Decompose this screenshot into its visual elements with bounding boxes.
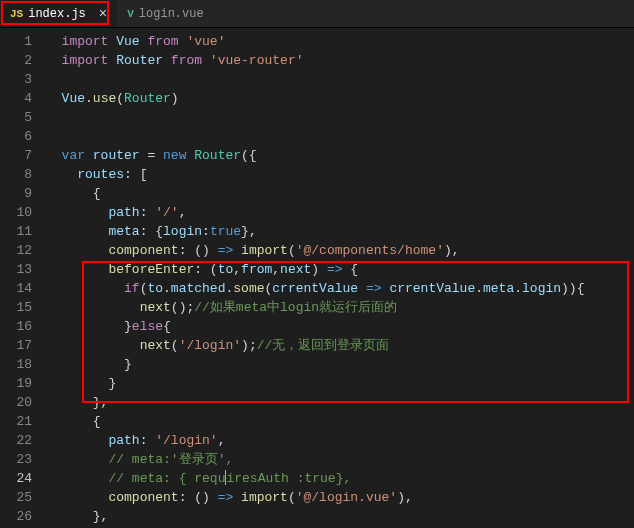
code-line: if(to.matched.some(crrentValue => crrent… (46, 279, 634, 298)
code-line (46, 108, 634, 127)
line-number: 18 (0, 355, 32, 374)
tab-label: login.vue (139, 7, 204, 21)
line-number: 23 (0, 450, 32, 469)
line-number: 6 (0, 127, 32, 146)
line-number: 8 (0, 165, 32, 184)
code-line: // meta:'登录页', (46, 450, 634, 469)
line-number: 4 (0, 89, 32, 108)
code-line: var router = new Router({ (46, 146, 634, 165)
line-number: 11 (0, 222, 32, 241)
line-number: 12 (0, 241, 32, 260)
code-line: path: '/login', (46, 431, 634, 450)
line-number: 1 (0, 32, 32, 51)
code-line: import Router from 'vue-router' (46, 51, 634, 70)
line-number: 2 (0, 51, 32, 70)
line-number: 14 (0, 279, 32, 298)
code-line: next();//如果meta中login就运行后面的 (46, 298, 634, 317)
code-line: } (46, 374, 634, 393)
line-number: 20 (0, 393, 32, 412)
line-number: 16 (0, 317, 32, 336)
line-number-gutter: 1234567891011121314151617181920212223242… (0, 28, 46, 528)
code-line: { (46, 412, 634, 431)
line-number: 10 (0, 203, 32, 222)
close-icon[interactable]: × (99, 6, 107, 22)
code-line: component: () => import('@/login.vue'), (46, 488, 634, 507)
code-line: } (46, 355, 634, 374)
line-number: 21 (0, 412, 32, 431)
code-line: routes: [ (46, 165, 634, 184)
line-number: 26 (0, 507, 32, 526)
code-line: { (46, 184, 634, 203)
tab-login-vue[interactable]: Vlogin.vue (117, 0, 213, 27)
js-file-icon: JS (10, 8, 23, 20)
line-number: 9 (0, 184, 32, 203)
code-line: component: () => import('@/components/ho… (46, 241, 634, 260)
code-area[interactable]: import Vue from 'vue' import Router from… (46, 28, 634, 528)
line-number: 7 (0, 146, 32, 165)
line-number: 24 (0, 469, 32, 488)
code-line (46, 70, 634, 89)
tab-index-js[interactable]: JSindex.js× (0, 0, 117, 27)
line-number: 15 (0, 298, 32, 317)
line-number: 25 (0, 488, 32, 507)
code-line: // meta: { requiresAuth :true}, (46, 469, 634, 488)
code-line (46, 127, 634, 146)
code-line: }, (46, 393, 634, 412)
line-number: 17 (0, 336, 32, 355)
code-line: }else{ (46, 317, 634, 336)
tab-label: index.js (28, 7, 86, 21)
line-number: 22 (0, 431, 32, 450)
code-line: next('/login');//无，返回到登录页面 (46, 336, 634, 355)
line-number: 3 (0, 70, 32, 89)
line-number: 5 (0, 108, 32, 127)
code-line: path: '/', (46, 203, 634, 222)
code-line: meta: {login:true}, (46, 222, 634, 241)
tab-bar: JSindex.js×Vlogin.vue (0, 0, 634, 28)
code-line: beforeEnter: (to,from,next) => { (46, 260, 634, 279)
editor: 1234567891011121314151617181920212223242… (0, 28, 634, 528)
code-line: import Vue from 'vue' (46, 32, 634, 51)
line-number: 19 (0, 374, 32, 393)
code-line: }, (46, 507, 634, 526)
vue-file-icon: V (127, 8, 134, 20)
line-number: 13 (0, 260, 32, 279)
code-line: Vue.use(Router) (46, 89, 634, 108)
